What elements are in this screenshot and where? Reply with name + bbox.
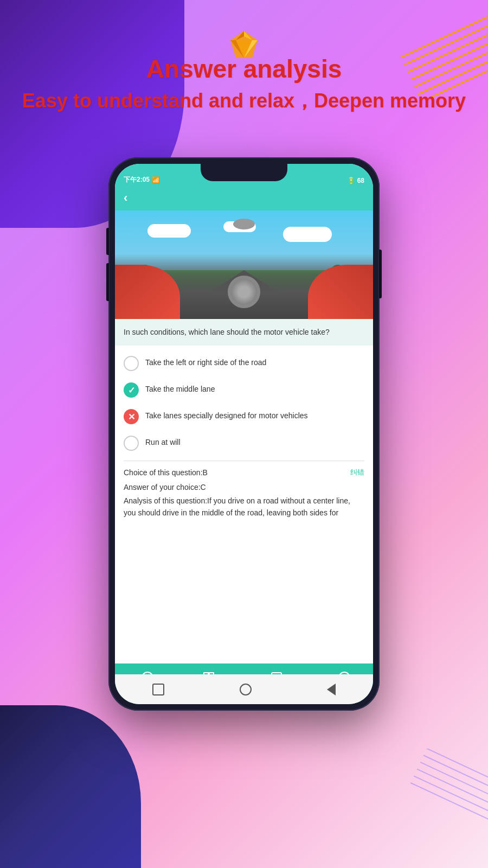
option-b-text: Take the middle lane [145, 382, 215, 395]
volume-up-button [106, 228, 109, 255]
option-c-text: Take lanes specially designed for motor … [145, 409, 308, 422]
volume-down-button [106, 263, 109, 301]
cloud-1 [147, 224, 191, 238]
option-d[interactable]: Run at will [124, 430, 364, 456]
rearview-mirror [233, 219, 255, 229]
steering-wheel [228, 276, 260, 308]
option-c[interactable]: ✕ Take lanes specially designed for moto… [124, 403, 364, 430]
home-circle-button [240, 684, 252, 695]
option-a-circle [124, 356, 139, 371]
status-right: 🔋 68 [347, 177, 364, 184]
page-subtitle: Easy to understand and relax，Deepen memo… [16, 88, 472, 114]
battery-level: 68 [357, 177, 364, 184]
analysis-text: Analysis of this question:If you drive o… [124, 495, 364, 519]
phone-screen: 下午2:05 📶 🔋 68 ‹ [115, 164, 373, 704]
cloud-3 [283, 227, 332, 242]
option-b-circle: ✓ [124, 382, 139, 398]
home-back-button [327, 684, 336, 695]
phone-home-bar [115, 674, 373, 704]
bg-lines-bottom-right [390, 749, 488, 835]
phone-mockup: 下午2:05 📶 🔋 68 ‹ [108, 157, 380, 711]
option-b[interactable]: ✓ Take the middle lane [124, 376, 364, 403]
app-header: ‹ [115, 188, 373, 210]
error-button[interactable]: 纠错 [350, 468, 364, 477]
status-left: 下午2:05 📶 [124, 175, 160, 184]
phone-notch [201, 164, 287, 181]
choice-label: Choice of this question:B [124, 468, 208, 477]
question-area: In such conditions, which lane should th… [115, 319, 373, 346]
choice-row: Choice of this question:B 纠错 [124, 468, 364, 477]
status-icons: 📶 [152, 176, 160, 184]
home-square-button [152, 684, 164, 695]
option-c-circle: ✕ [124, 409, 139, 424]
answer-text: Answer of your choice:C [124, 483, 364, 492]
option-a[interactable]: Take the left or right side of the road [124, 350, 364, 376]
question-text: In such conditions, which lane should th… [124, 328, 330, 336]
power-button [379, 250, 382, 298]
header-section: Answer analysis Easy to understand and r… [0, 54, 488, 114]
car-scene-image [115, 210, 373, 319]
bg-purple-blob [0, 705, 141, 868]
analysis-section: Choice of this question:B 纠错 Answer of y… [115, 461, 373, 526]
status-time: 下午2:05 [124, 175, 150, 184]
options-area: Take the left or right side of the road … [115, 346, 373, 461]
option-a-text: Take the left or right side of the road [145, 355, 266, 368]
battery-icon: 🔋 [347, 177, 355, 184]
option-d-text: Run at will [145, 435, 181, 448]
page-title: Answer analysis [16, 54, 472, 84]
back-button[interactable]: ‹ [124, 191, 127, 205]
option-d-circle [124, 436, 139, 451]
